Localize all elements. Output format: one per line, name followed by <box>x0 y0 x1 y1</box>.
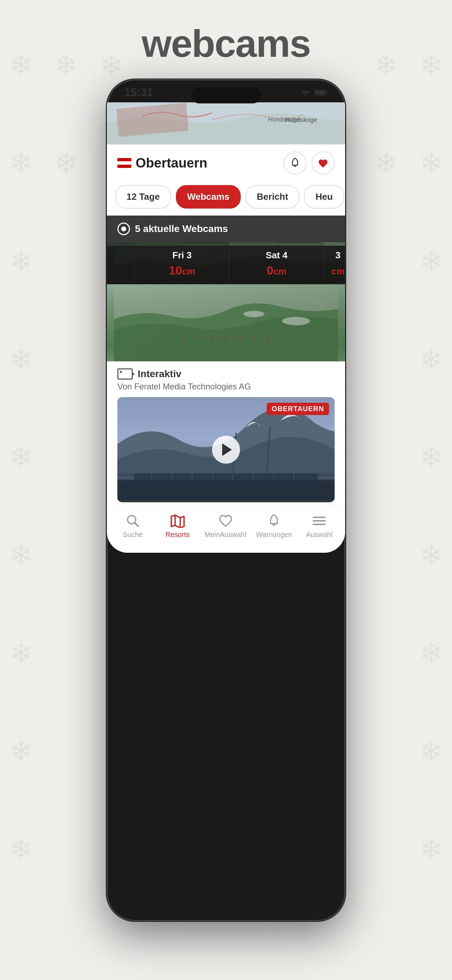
play-button[interactable] <box>212 436 240 464</box>
wld-logo-partial: W▶ <box>110 242 119 243</box>
snow-unit-fri: cm <box>182 266 196 277</box>
dynamic-island <box>191 87 261 103</box>
resorts-map-svg <box>170 514 185 528</box>
svg-line-43 <box>135 523 138 526</box>
snow-amount-fri-num: 10 <box>169 264 182 277</box>
interactive-label-row: Interaktiv <box>118 368 334 380</box>
interactive-title-text: Interaktiv <box>138 368 181 380</box>
battery-icon <box>314 89 328 96</box>
austria-flag <box>118 158 131 168</box>
nav-item-warnungen[interactable]: Warnungen <box>256 513 292 539</box>
snow-day-sat-amount: 0cm <box>229 262 324 284</box>
third-scene-svg <box>324 242 345 246</box>
cached-text-fri: cached 2024/06/03 <box>180 242 226 243</box>
phone-screen: Hundskoge Obertauern <box>107 102 345 553</box>
nav-label-resorts: Resorts <box>166 531 189 539</box>
tab-bericht[interactable]: Bericht <box>246 185 299 208</box>
status-time: 15:31 <box>124 86 153 99</box>
webcam-section-2[interactable] <box>107 284 345 361</box>
header-actions <box>283 151 334 175</box>
bottom-nav: Suche Resorts <box>107 506 345 553</box>
snow-scroll[interactable]: W▶ <box>107 242 345 284</box>
nav-label-auswahl: Auswahl <box>306 531 333 539</box>
map-image: Hundskoge <box>107 102 345 145</box>
snow-forecast-overlay: W▶ <box>107 242 345 284</box>
snow-day-partial-img: W▶ <box>107 242 135 246</box>
snow-day-fri[interactable]: WLD cached 2024/06/03 Fri 3 10cm <box>135 242 229 284</box>
interactive-camera-icon <box>118 368 133 380</box>
snow-day-third-img <box>324 242 345 246</box>
flag-stripe-middle <box>118 161 131 165</box>
heart-nav-icon <box>218 513 233 528</box>
svg-point-25 <box>282 317 310 325</box>
snow-day-partial-left[interactable]: W▶ <box>107 242 135 284</box>
phone-frame: 15:31 Hundskoge <box>107 80 345 921</box>
nav-item-auswahl[interactable]: Auswahl <box>302 513 337 539</box>
snow-day-fri-label: Fri 3 <box>135 246 229 262</box>
heart-button[interactable] <box>312 151 334 175</box>
snow-amount-sat-num: 0 <box>267 264 273 277</box>
webcams-count-title: 5 aktuelle Webcams <box>135 223 228 234</box>
flag-stripe-top <box>118 158 131 161</box>
webcam-preview: W▶ <box>107 242 345 284</box>
tab-webcams[interactable]: Webcams <box>176 185 241 208</box>
nav-label-meinauswahl: MeinAuswahl <box>205 531 246 539</box>
bell-button[interactable] <box>283 151 307 175</box>
resort-name-container: Obertauern <box>118 156 207 171</box>
snow-day-fri-amount: 10cm <box>135 262 229 284</box>
snow-day-sat[interactable]: W▶ cached 2024/06/04 Sat 4 0cm <box>229 242 324 284</box>
snow-day-third[interactable]: 3 cm <box>324 242 345 284</box>
tab-12tage[interactable]: 12 Tage <box>115 185 171 208</box>
heart-icon <box>318 158 328 168</box>
nav-label-suche: Suche <box>123 531 143 539</box>
map-header: Hundskoge <box>107 102 345 145</box>
video-thumbnail[interactable]: OBERTAUERN <box>118 397 334 502</box>
wifi-icon <box>300 89 311 96</box>
wld-logo-fri: WLD <box>138 242 154 243</box>
svg-marker-44 <box>171 515 184 528</box>
svg-rect-41 <box>118 480 334 501</box>
nav-label-warnungen: Warnungen <box>256 531 292 539</box>
svg-rect-2 <box>315 91 325 94</box>
resort-title: Obertauern <box>135 156 207 171</box>
webcam-section-icon <box>118 223 130 235</box>
svg-point-0 <box>305 94 307 96</box>
snow-unit-sat: cm <box>273 266 286 277</box>
interactive-section: Interaktiv Von Feratel Media Technologie… <box>107 361 345 506</box>
svg-point-26 <box>244 311 264 317</box>
obertauern-badge: OBERTAUERN <box>267 403 329 415</box>
cached-text-sat: cached 2024/06/04 <box>274 242 320 243</box>
svg-rect-17 <box>114 284 338 361</box>
search-icon <box>125 513 140 528</box>
green-scene-svg <box>107 284 345 361</box>
status-icons <box>300 89 328 96</box>
status-bar: 15:31 <box>107 80 345 102</box>
webcams-section-header: 5 aktuelle Webcams <box>107 216 345 242</box>
webcam-green-image[interactable] <box>107 284 345 361</box>
app-header: Obertauern <box>107 145 345 181</box>
page-title: webcams <box>142 21 310 65</box>
nav-item-resorts[interactable]: Resorts <box>160 513 195 539</box>
snow-day-third-label: 3 <box>324 246 345 262</box>
tab-bar: 12 Tage Webcams Bericht Heu <box>107 181 345 216</box>
svg-rect-3 <box>326 91 327 94</box>
snow-day-sat-img: W▶ cached 2024/06/04 <box>229 242 324 246</box>
map-icon <box>170 513 185 528</box>
bell-icon <box>290 158 300 169</box>
wld-logo-sat: W▶ <box>233 242 245 243</box>
menu-icon <box>312 513 327 528</box>
svg-rect-30 <box>134 474 317 480</box>
nav-item-suche[interactable]: Suche <box>115 513 150 539</box>
snow-day-third-amount: cm <box>324 262 345 284</box>
bell-nav-icon <box>266 513 282 528</box>
nav-item-meinauswahl[interactable]: MeinAuswahl <box>205 513 246 539</box>
svg-text:Hundskoge: Hundskoge <box>268 116 300 123</box>
snow-unit-third: cm <box>331 266 345 277</box>
snow-day-fri-img: WLD cached 2024/06/03 <box>135 242 229 246</box>
interactive-subtitle-text: Von Feratel Media Technologies AG <box>118 382 334 391</box>
snow-day-sat-label: Sat 4 <box>229 246 324 262</box>
tab-heu[interactable]: Heu <box>304 185 344 208</box>
flag-stripe-bottom <box>118 165 131 168</box>
